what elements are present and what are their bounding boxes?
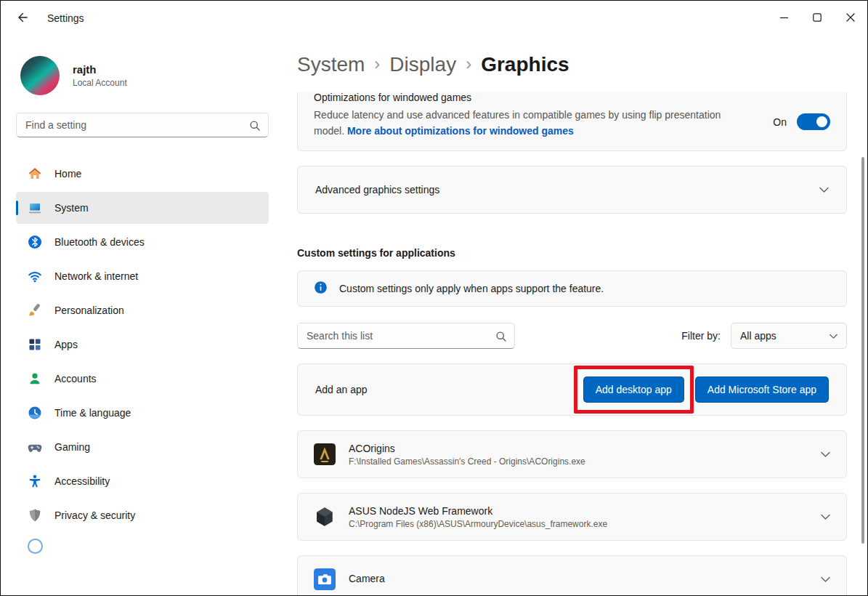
sidebar-nav: Home System Bluetooth & devices Network … [16, 158, 269, 554]
app-path: F:\Installed Games\Assassin's Creed - Or… [349, 456, 585, 467]
window-controls [767, 1, 867, 36]
main-content: System › Display › Graphics Optimization… [284, 36, 867, 595]
chevron-down-icon[interactable] [821, 573, 830, 586]
add-app-card: Add an app Add desktop app Add Microsoft… [297, 363, 847, 416]
chevron-down-icon [819, 183, 829, 196]
minimize-icon [780, 13, 788, 24]
sidebar-item-label: Apps [54, 339, 78, 350]
gaming-icon [28, 440, 42, 454]
app-name: ACOrigins [349, 443, 585, 454]
sidebar: rajth Local Account Home System [1, 36, 284, 595]
settings-scroll-area: Optimizations for windowed games Reduce … [297, 92, 847, 595]
time-language-icon [28, 406, 42, 420]
windowed-games-toggle[interactable] [797, 113, 830, 130]
custom-settings-heading: Custom settings for applications [297, 247, 847, 259]
minimize-button[interactable] [767, 1, 800, 36]
search-icon [495, 331, 507, 345]
sidebar-item-personalization[interactable]: Personalization [16, 294, 269, 326]
info-banner-text: Custom settings only apply when apps sup… [339, 283, 604, 294]
app-row-acorigins[interactable]: ACOrigins F:\Installed Games\Assassin's … [297, 430, 847, 478]
accounts-icon [28, 371, 42, 386]
asus-app-icon [314, 506, 336, 528]
apps-icon [28, 337, 42, 352]
user-account-type: Local Account [73, 78, 127, 88]
sidebar-item-accessibility[interactable]: Accessibility [16, 465, 269, 497]
network-icon [28, 269, 42, 283]
breadcrumb-separator-icon: › [466, 54, 471, 74]
app-path: C:\Program Files (x86)\ASUS\ArmouryDevic… [349, 519, 607, 529]
sidebar-item-gaming[interactable]: Gaming [16, 431, 269, 463]
system-icon [28, 201, 42, 215]
info-banner: Custom settings only apply when apps sup… [297, 270, 847, 307]
sidebar-item-privacy[interactable]: Privacy & security [16, 499, 269, 531]
sidebar-item-label: Gaming [54, 441, 90, 453]
sidebar-search [16, 113, 269, 137]
sidebar-item-home[interactable]: Home [16, 158, 269, 190]
sidebar-item-label: Home [54, 168, 81, 180]
settings-window: Settings rajth Local Account [0, 0, 868, 596]
filter-dropdown-value: All apps [740, 330, 776, 342]
sidebar-item-bluetooth[interactable]: Bluetooth & devices [16, 226, 269, 258]
list-toolbar: Filter by: All apps [297, 323, 847, 349]
app-row-asus-nodejs[interactable]: ASUS NodeJS Web Framework C:\Program Fil… [297, 493, 847, 541]
toggle-state-label: On [773, 116, 787, 128]
windowed-games-link[interactable]: More about optimizations for windowed ga… [347, 125, 574, 137]
sidebar-item-time-language[interactable]: Time & language [16, 397, 269, 429]
chevron-down-icon[interactable] [821, 510, 830, 523]
sidebar-item-label: Accessibility [54, 475, 110, 487]
app-name: Camera [349, 573, 385, 584]
filter-by-label: Filter by: [681, 330, 721, 342]
app-title: Settings [47, 12, 84, 24]
advanced-graphics-title: Advanced graphics settings [315, 184, 439, 196]
titlebar: Settings [1, 1, 867, 36]
user-card[interactable]: rajth Local Account [20, 56, 264, 95]
privacy-shield-icon [28, 508, 42, 523]
sidebar-item-label: Accounts [54, 373, 97, 384]
close-icon [846, 13, 855, 24]
sidebar-item-label: Privacy & security [54, 510, 135, 521]
acorigins-app-icon [314, 443, 336, 465]
app-row-camera[interactable]: Camera [297, 555, 847, 595]
windowed-games-card: Optimizations for windowed games Reduce … [297, 92, 847, 151]
windows-update-icon [28, 539, 43, 554]
info-icon [314, 281, 328, 297]
maximize-button[interactable] [800, 1, 834, 36]
sidebar-item-label: System [54, 202, 89, 214]
sidebar-item-label: Network & internet [54, 270, 138, 282]
camera-app-icon [314, 568, 336, 590]
sidebar-item-label: Time & language [54, 407, 131, 419]
home-icon [28, 166, 42, 181]
advanced-graphics-expander[interactable]: Advanced graphics settings [297, 166, 847, 214]
breadcrumb-display[interactable]: Display [389, 53, 456, 76]
filter-dropdown[interactable]: All apps [731, 323, 847, 349]
sidebar-item-system[interactable]: System [16, 192, 269, 224]
accessibility-icon [28, 474, 42, 488]
find-setting-input[interactable] [17, 113, 268, 137]
add-app-label: Add an app [315, 384, 368, 395]
breadcrumb: System › Display › Graphics [284, 36, 867, 76]
chevron-down-icon [830, 330, 837, 342]
avatar [20, 56, 60, 95]
sidebar-item-network[interactable]: Network & internet [16, 260, 269, 292]
windowed-games-title: Optimizations for windowed games [314, 92, 750, 103]
sidebar-item-accounts[interactable]: Accounts [16, 363, 269, 395]
app-name: ASUS NodeJS Web Framework [349, 505, 607, 517]
add-store-app-button[interactable]: Add Microsoft Store app [695, 376, 829, 403]
sidebar-item-apps[interactable]: Apps [16, 329, 269, 361]
add-desktop-app-button[interactable]: Add desktop app [583, 376, 684, 403]
search-list-input[interactable] [298, 323, 514, 348]
back-button[interactable] [7, 5, 38, 31]
chevron-down-icon[interactable] [821, 448, 830, 461]
maximize-icon [813, 13, 822, 24]
personalization-icon [28, 303, 42, 318]
toggle-knob [816, 116, 827, 127]
close-button[interactable] [834, 1, 867, 36]
breadcrumb-separator-icon: › [374, 54, 380, 74]
bluetooth-icon [28, 235, 42, 249]
scrollbar-thumb[interactable] [861, 157, 864, 544]
search-icon [249, 120, 261, 134]
breadcrumb-graphics: Graphics [481, 53, 569, 76]
breadcrumb-system[interactable]: System [297, 53, 365, 76]
back-arrow-icon [17, 12, 28, 25]
sidebar-item-label: Bluetooth & devices [54, 236, 145, 248]
